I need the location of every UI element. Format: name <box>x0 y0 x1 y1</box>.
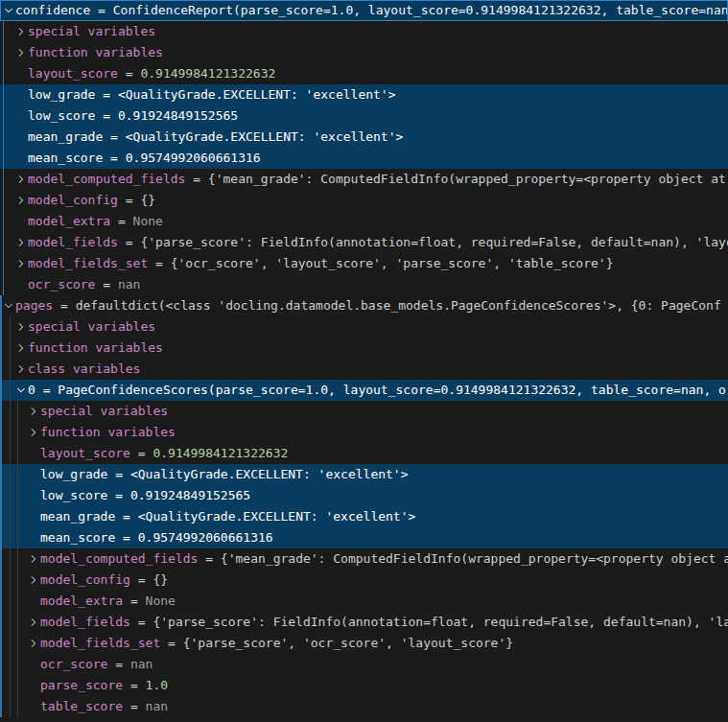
indent-guide <box>3 84 4 105</box>
tree-group-row[interactable]: function variables <box>0 422 728 443</box>
chevron-right-icon[interactable] <box>13 319 29 335</box>
indent-guide <box>10 591 11 612</box>
variable-row[interactable]: model_fields = {'parse_score': FieldInfo… <box>0 612 728 633</box>
indent-guide <box>10 485 11 506</box>
indent-guide <box>3 105 4 127</box>
equals-sign: = <box>95 277 117 291</box>
chevron-right-icon[interactable] <box>13 256 29 271</box>
equals-sign: = <box>160 636 182 650</box>
variable-value: ConfidenceReport(parse_score=1.0, layout… <box>113 3 728 17</box>
variable-row[interactable]: pages = defaultdict(<class 'docling.data… <box>0 295 728 316</box>
variable-row[interactable]: mean_grade = <QualityGrade.EXCELLENT: 'e… <box>0 127 728 148</box>
variable-row[interactable]: model_config = {} <box>0 190 728 211</box>
variable-row[interactable]: model_fields_set = {'ocr_score', 'layout… <box>0 253 728 274</box>
variable-name: mean_grade <box>40 509 115 524</box>
tree-group-row[interactable]: function variables <box>0 338 728 359</box>
variable-value: 0.91924849152565 <box>130 488 250 502</box>
indent-guide <box>3 190 4 211</box>
variable-row[interactable]: mean_score = 0.9574992060661316 <box>0 148 728 169</box>
equals-sign: = <box>53 298 75 313</box>
variable-row[interactable]: model_config = {} <box>0 570 728 591</box>
indent-guide <box>17 443 18 464</box>
indent-guide <box>10 316 11 338</box>
equals-sign: = <box>185 172 207 186</box>
variable-name: pages <box>15 298 53 313</box>
indent-guide <box>17 464 18 485</box>
chevron-right-icon[interactable] <box>13 24 29 39</box>
chevron-right-icon[interactable] <box>13 172 29 187</box>
indent-guide <box>10 527 11 548</box>
variable-row[interactable]: table_score = nan <box>0 696 728 717</box>
variable-value: <QualityGrade.EXCELLENT: 'excellent'> <box>138 509 416 524</box>
chevron-right-icon[interactable] <box>26 636 41 651</box>
variable-row[interactable]: low_score = 0.91924849152565 <box>0 485 728 506</box>
equals-sign: = <box>107 657 129 671</box>
indent-guide <box>3 211 4 232</box>
variable-row[interactable]: mean_score = 0.9574992060661316 <box>0 527 728 548</box>
variable-row[interactable]: low_grade = <QualityGrade.EXCELLENT: 'ex… <box>0 84 728 105</box>
variable-row[interactable]: model_extra = None <box>0 591 728 612</box>
variable-row[interactable]: mean_grade = <QualityGrade.EXCELLENT: 'e… <box>0 506 728 527</box>
equals-sign: = <box>103 129 125 144</box>
chevron-right-icon[interactable] <box>13 361 29 377</box>
equals-sign: = <box>130 615 153 629</box>
variable-row[interactable]: ocr_score = nan <box>0 274 728 295</box>
variable-row[interactable]: layout_score = 0.9149984121322632 <box>0 443 728 464</box>
variable-row[interactable]: model_computed_fields = {'mean_grade': C… <box>0 169 728 190</box>
variable-value: nan <box>118 277 140 291</box>
variable-name: layout_score <box>40 446 130 460</box>
variable-value: {'ocr_score', 'layout_score', 'parse_sco… <box>171 256 614 270</box>
tree-group-row[interactable]: special variables <box>0 316 728 338</box>
indent-guide <box>17 506 18 527</box>
tree-group-row[interactable]: function variables <box>0 42 728 63</box>
variable-row[interactable]: 0 = PageConfidenceScores(parse_score=1.0… <box>0 380 728 401</box>
chevron-right-icon[interactable] <box>26 615 41 630</box>
variable-value: {'parse_score', 'ocr_score', 'layout_sco… <box>183 636 513 650</box>
chevron-right-icon[interactable] <box>26 551 41 567</box>
tree-group-row[interactable]: special variables <box>0 401 728 422</box>
indent-guide <box>10 633 11 654</box>
chevron-right-icon[interactable] <box>13 193 29 208</box>
tree-group-row[interactable]: special variables <box>0 21 728 42</box>
tree-group-row[interactable]: class variables <box>0 359 728 380</box>
indent-guide <box>3 169 4 190</box>
equals-sign: = <box>95 108 117 123</box>
indent-guide <box>0 591 2 612</box>
variable-name: parse_score <box>40 678 123 692</box>
group-label: function variables <box>28 45 163 59</box>
chevron-right-icon[interactable] <box>26 425 41 440</box>
debug-variables-tree: confidence = ConfidenceReport(parse_scor… <box>0 0 728 717</box>
indent-guide <box>10 506 11 527</box>
variable-row[interactable]: layout_score = 0.9149984121322632 <box>0 63 728 84</box>
chevron-right-icon[interactable] <box>13 45 29 60</box>
chevron-down-icon[interactable] <box>1 3 16 18</box>
indent-guide <box>10 338 11 359</box>
chevron-right-icon[interactable] <box>26 404 41 419</box>
variable-row[interactable]: model_computed_fields = {'mean_grade': C… <box>0 548 728 570</box>
chevron-right-icon[interactable] <box>13 340 29 356</box>
indent-guide <box>0 612 2 633</box>
indent-guide <box>10 548 11 570</box>
chevron-down-icon[interactable] <box>13 383 29 398</box>
chevron-down-icon[interactable] <box>1 298 16 314</box>
variable-name: model_extra <box>28 214 110 228</box>
equals-sign: = <box>107 467 129 481</box>
equals-sign: = <box>110 214 132 228</box>
indent-guide <box>3 42 4 63</box>
equals-sign: = <box>123 678 145 692</box>
variable-row[interactable]: model_fields_set = {'parse_score', 'ocr_… <box>0 633 728 654</box>
indent-guide <box>3 63 4 84</box>
variable-row[interactable]: model_fields = {'parse_score': FieldInfo… <box>0 232 728 253</box>
variable-row[interactable]: parse_score = 1.0 <box>0 675 728 696</box>
variable-row[interactable]: low_grade = <QualityGrade.EXCELLENT: 'ex… <box>0 464 728 485</box>
equals-sign: = <box>198 551 220 566</box>
variable-row[interactable]: low_score = 0.91924849152565 <box>0 105 728 127</box>
equals-sign: = <box>148 256 170 270</box>
variable-value: {} <box>153 572 168 587</box>
chevron-right-icon[interactable] <box>26 572 41 588</box>
chevron-right-icon[interactable] <box>13 235 29 250</box>
variable-row[interactable]: ocr_score = nan <box>0 654 728 675</box>
equals-sign: = <box>95 87 117 102</box>
variable-row[interactable]: confidence = ConfidenceReport(parse_scor… <box>0 0 728 21</box>
variable-row[interactable]: model_extra = None <box>0 211 728 232</box>
